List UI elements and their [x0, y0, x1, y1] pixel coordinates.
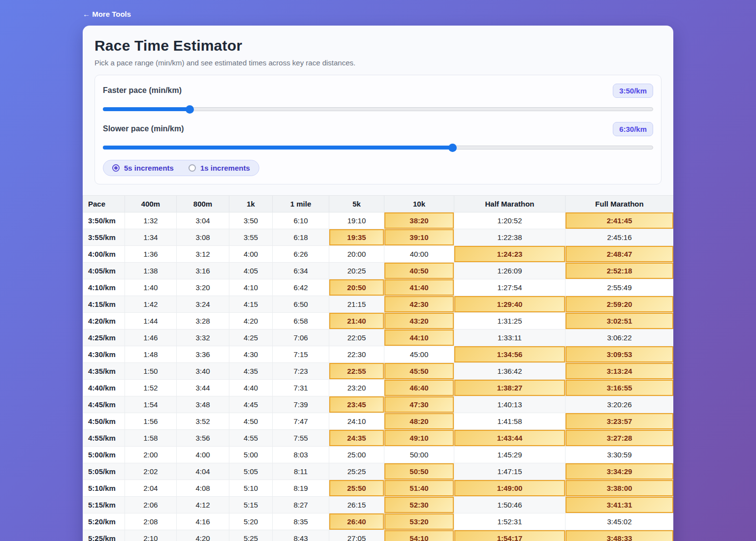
- slider-thumb[interactable]: [448, 144, 457, 152]
- time-cell: 5:10: [229, 480, 273, 497]
- time-cell: 2:41:45: [566, 212, 674, 229]
- time-cell: 2:08: [125, 513, 177, 530]
- column-header: 800m: [177, 196, 229, 212]
- slower-pace-row: Slower pace (min/km) 6:30/km: [103, 121, 653, 136]
- radio-label: 1s increments: [200, 164, 250, 172]
- time-cell: 3:02:51: [566, 313, 674, 330]
- time-cell: 3:16:55: [566, 380, 674, 396]
- time-cell: 3:48:33: [566, 530, 674, 541]
- table-row: 5:20/km2:084:165:208:3526:4053:201:52:31…: [83, 513, 674, 530]
- race-time-estimator-card: Race Time Estimator Pick a pace range (m…: [83, 26, 673, 541]
- time-cell: 4:15: [229, 296, 273, 313]
- time-cell: 4:50: [229, 413, 273, 430]
- time-cell: 1:34: [125, 229, 177, 246]
- time-cell: 22:05: [329, 330, 384, 346]
- time-cell: 2:55:49: [566, 279, 674, 296]
- slower-pace-value-badge: 6:30/km: [613, 122, 653, 136]
- time-cell: 1:34:56: [454, 346, 566, 363]
- pace-cell: 4:30/km: [83, 346, 125, 363]
- slider-fill: [103, 146, 452, 150]
- time-cell: 46:40: [384, 380, 454, 396]
- time-cell: 49:10: [384, 430, 454, 447]
- table-row: 4:50/km1:563:524:507:4724:1048:201:41:58…: [83, 413, 674, 430]
- time-cell: 53:20: [384, 513, 454, 530]
- time-cell: 3:16: [177, 263, 229, 279]
- time-cell: 38:20: [384, 212, 454, 229]
- time-cell: 4:08: [177, 480, 229, 497]
- pace-cell: 4:15/km: [83, 296, 125, 313]
- increments-option-5s[interactable]: 5s increments: [112, 164, 174, 172]
- time-cell: 2:02: [125, 463, 177, 480]
- time-cell: 8:03: [273, 447, 329, 463]
- time-cell: 3:30:59: [566, 447, 674, 463]
- time-cell: 1:41:58: [454, 413, 566, 430]
- pace-cell: 4:45/km: [83, 396, 125, 413]
- table-row: 5:25/km2:104:205:258:4327:0554:101:54:17…: [83, 530, 674, 541]
- page-subtitle: Pick a pace range (min/km) and see estim…: [94, 59, 662, 67]
- time-cell: 1:45:29: [454, 447, 566, 463]
- time-cell: 2:10: [125, 530, 177, 541]
- time-cell: 6:18: [273, 229, 329, 246]
- time-cell: 3:09:53: [566, 346, 674, 363]
- table-row: 4:20/km1:443:284:206:5821:4043:201:31:25…: [83, 313, 674, 330]
- time-cell: 5:20: [229, 513, 273, 530]
- time-cell: 3:48: [177, 396, 229, 413]
- pace-cell: 4:55/km: [83, 430, 125, 447]
- time-cell: 2:04: [125, 480, 177, 497]
- pace-cell: 5:05/km: [83, 463, 125, 480]
- time-cell: 2:45:16: [566, 229, 674, 246]
- radio-icon[interactable]: [112, 164, 120, 172]
- time-cell: 3:34:29: [566, 463, 674, 480]
- time-cell: 3:27:28: [566, 430, 674, 447]
- increments-option-1s[interactable]: 1s increments: [189, 164, 250, 172]
- time-cell: 4:00: [177, 447, 229, 463]
- time-cell: 1:46: [125, 330, 177, 346]
- time-cell: 2:06: [125, 497, 177, 513]
- time-cell: 22:55: [329, 363, 384, 380]
- time-cell: 40:00: [384, 246, 454, 263]
- time-cell: 45:00: [384, 346, 454, 363]
- time-cell: 1:40: [125, 279, 177, 296]
- time-cell: 6:58: [273, 313, 329, 330]
- time-cell: 4:55: [229, 430, 273, 447]
- time-cell: 1:26:09: [454, 263, 566, 279]
- time-cell: 26:15: [329, 497, 384, 513]
- time-cell: 1:47:15: [454, 463, 566, 480]
- time-cell: 26:40: [329, 513, 384, 530]
- time-cell: 1:27:54: [454, 279, 566, 296]
- more-tools-link[interactable]: ← More Tools: [83, 10, 131, 18]
- column-header: 1 mile: [273, 196, 329, 212]
- table-row: 5:15/km2:064:125:158:2726:1552:301:50:46…: [83, 497, 674, 513]
- radio-icon[interactable]: [189, 164, 196, 172]
- time-cell: 1:29:40: [454, 296, 566, 313]
- slider-thumb[interactable]: [186, 105, 194, 114]
- faster-pace-slider[interactable]: [103, 105, 653, 114]
- pace-cell: 3:50/km: [83, 212, 125, 229]
- time-cell: 3:04: [177, 212, 229, 229]
- time-cell: 22:30: [329, 346, 384, 363]
- pace-controls-panel: Faster pace (min/km) 3:50/km Slower pace…: [94, 75, 662, 184]
- time-cell: 7:23: [273, 363, 329, 380]
- time-cell: 3:52: [177, 413, 229, 430]
- time-cell: 7:47: [273, 413, 329, 430]
- time-cell: 19:10: [329, 212, 384, 229]
- time-cell: 1:54:17: [454, 530, 566, 541]
- time-cell: 48:20: [384, 413, 454, 430]
- time-cell: 6:34: [273, 263, 329, 279]
- time-cell: 25:00: [329, 447, 384, 463]
- time-cell: 41:40: [384, 279, 454, 296]
- pace-cell: 4:00/km: [83, 246, 125, 263]
- time-cell: 7:31: [273, 380, 329, 396]
- time-cell: 6:42: [273, 279, 329, 296]
- slower-pace-slider[interactable]: [103, 143, 653, 152]
- table-row: 3:55/km1:343:083:556:1819:3539:101:22:38…: [83, 229, 674, 246]
- time-cell: 4:10: [229, 279, 273, 296]
- time-cell: 1:24:23: [454, 246, 566, 263]
- pace-cell: 5:25/km: [83, 530, 125, 541]
- time-cell: 3:40: [177, 363, 229, 380]
- card-top-section: Race Time Estimator Pick a pace range (m…: [83, 26, 673, 184]
- time-cell: 3:13:24: [566, 363, 674, 380]
- time-cell: 52:30: [384, 497, 454, 513]
- time-cell: 50:00: [384, 447, 454, 463]
- time-cell: 1:38: [125, 263, 177, 279]
